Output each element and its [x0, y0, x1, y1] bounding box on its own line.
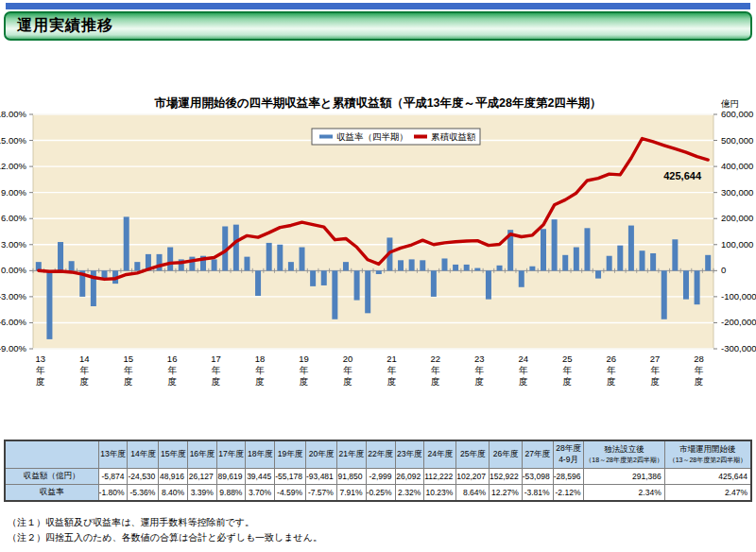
- x-axis-year-label: 18年度: [255, 354, 266, 387]
- quarterly-return-bar: [420, 260, 425, 270]
- table-value-cell: -3.81%: [522, 485, 553, 502]
- table-value-cell: 10.23%: [424, 485, 456, 502]
- table-value-cell: 425,644: [664, 469, 751, 485]
- plot-background: [33, 114, 713, 349]
- table-column-header: 独法設立後（18～28年度第2四半期）: [584, 440, 664, 469]
- top-blue-bar: [6, 3, 750, 9]
- quarterly-return-bar: [628, 226, 634, 271]
- left-axis-label: 0.00%: [1, 265, 26, 275]
- quarterly-return-bar: [354, 270, 360, 300]
- table-value-cell: 2.32%: [395, 485, 424, 502]
- quarterly-return-bar: [288, 262, 294, 270]
- final-value-annotation: 425,644: [663, 170, 702, 181]
- table-value-cell: -2,999: [366, 469, 395, 485]
- table-value-cell: -1.80%: [98, 485, 128, 502]
- page-title: 運用実績推移: [17, 17, 113, 33]
- legend-line-swatch: [414, 135, 427, 139]
- table-value-cell: 26,127: [188, 469, 217, 485]
- table-value-cell: 9.88%: [216, 485, 246, 502]
- x-axis-year-label: 23年度: [474, 354, 485, 387]
- quarterly-return-bar: [134, 262, 140, 270]
- table-column-header: 24年度: [424, 440, 456, 469]
- quarterly-return-bar: [584, 228, 590, 270]
- x-axis-year-label: 28年度: [694, 354, 704, 387]
- right-axis-label: -100,000: [721, 291, 756, 302]
- left-axis-label: 9.00%: [1, 187, 26, 198]
- table-value-cell: -2.12%: [553, 485, 584, 502]
- quarterly-return-bar: [562, 255, 568, 271]
- table-row: 収益額（億円）-5,874-24,53048,91626,12789,61939…: [5, 469, 751, 485]
- left-axis-label: 15.00%: [0, 135, 27, 146]
- table-value-cell: 26,092: [395, 469, 424, 485]
- quarterly-return-bar: [672, 239, 678, 270]
- quarterly-return-bar: [157, 254, 163, 270]
- quarterly-return-bar: [617, 246, 623, 271]
- left-axis-label: -9.00%: [0, 343, 27, 354]
- table-value-cell: -7.57%: [305, 485, 336, 502]
- quarterly-return-bar: [519, 270, 524, 286]
- quarterly-return-bar: [167, 248, 173, 271]
- quarterly-return-bar: [453, 265, 458, 270]
- table-column-header: 28年度4-9月: [553, 440, 584, 469]
- section-banner: 運用実績推移: [4, 11, 752, 41]
- table-value-cell: 102,207: [456, 469, 490, 485]
- table-value-cell: 48,916: [159, 469, 188, 485]
- right-axis-label: 500,000: [721, 135, 753, 146]
- right-axis-label: 100,000: [721, 239, 753, 250]
- quarterly-return-bar: [683, 270, 689, 299]
- quarterly-return-bar: [409, 259, 415, 270]
- table-value-cell: -5.36%: [128, 485, 159, 502]
- table-value-cell: -55,178: [275, 469, 306, 485]
- left-axis-label: 3.00%: [1, 239, 26, 250]
- x-axis-year-label: 17年度: [211, 354, 221, 387]
- quarterly-return-bar: [541, 229, 546, 270]
- table-column-header: 21年度: [336, 440, 366, 469]
- table-value-cell: 3.70%: [246, 485, 275, 502]
- table-column-header: 市場運用開始後（13～28年度第2四半期）: [664, 440, 751, 469]
- right-axis-unit-label: 億円: [720, 98, 739, 109]
- chart-area: 市場運用開始後の四半期収益率と累積収益額（平成13年度～平成28年度第2四半期）…: [0, 88, 756, 405]
- footnotes: （注１）収益額及び収益率は、運用手数料等控除前です。 （注２）四捨五入のため、各…: [8, 515, 748, 544]
- quarterly-return-bar: [398, 260, 404, 270]
- table-column-header: 14年度: [128, 440, 159, 469]
- quarterly-return-bar: [695, 270, 700, 304]
- x-axis-year-label: 21年度: [387, 354, 397, 387]
- footnote-2: （注２）四捨五入のため、各数値の合算は合計と必ずしも一致しません。: [8, 530, 748, 545]
- left-axis-label: 18.00%: [0, 109, 27, 119]
- quarterly-return-bar: [474, 268, 480, 271]
- quarterly-return-bar: [595, 270, 601, 278]
- table-value-cell: 91,850: [336, 469, 366, 485]
- table-column-header: 18年度: [246, 440, 275, 469]
- x-axis-year-label: 25年度: [562, 354, 573, 387]
- left-axis-label: 6.00%: [1, 213, 26, 223]
- right-axis-label: 300,000: [721, 187, 753, 198]
- performance-chart: 18.00%15.00%12.00%9.00%6.00%3.00%0.00%-3…: [0, 88, 756, 405]
- quarterly-return-bar: [255, 270, 261, 296]
- quarterly-return-bar: [212, 259, 217, 270]
- quarterly-return-bar: [705, 255, 711, 271]
- quarterly-return-bar: [300, 248, 305, 271]
- quarterly-return-bar: [431, 270, 437, 297]
- left-axis-label: -3.00%: [0, 291, 27, 302]
- right-axis-label: 0: [721, 265, 726, 275]
- quarterly-return-bar: [607, 256, 612, 271]
- table-value-cell: 152,922: [490, 469, 523, 485]
- table-value-cell: 112,222: [424, 469, 456, 485]
- table-column-header: 13年度: [98, 440, 128, 469]
- right-axis-label: 600,000: [721, 109, 753, 119]
- quarterly-return-bar: [277, 245, 283, 271]
- quarterly-return-bar: [124, 216, 129, 270]
- quarterly-return-bar: [441, 258, 447, 270]
- table-column-header: 27年度: [522, 440, 553, 469]
- table-value-cell: -4.59%: [275, 485, 306, 502]
- quarterly-return-bar: [376, 270, 382, 274]
- quarterly-return-bar: [574, 248, 579, 271]
- legend-label-returns: 収益率（四半期）: [336, 131, 408, 142]
- table-column-header: 15年度: [159, 440, 188, 469]
- legend-bar-swatch: [319, 135, 333, 139]
- x-axis-year-label: 20年度: [343, 354, 353, 387]
- table-value-cell: -24,530: [128, 469, 159, 485]
- quarterly-return-bar: [529, 267, 535, 271]
- right-axis-label: -200,000: [721, 317, 756, 327]
- row-label: 収益率: [5, 485, 98, 502]
